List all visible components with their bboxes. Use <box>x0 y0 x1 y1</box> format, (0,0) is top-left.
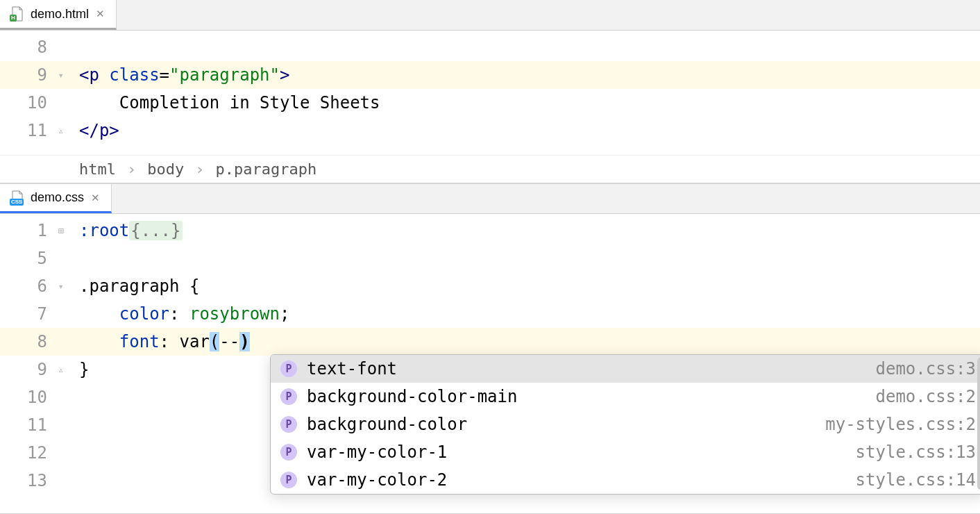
completion-location: style.css:13 <box>856 442 976 462</box>
tab-label: demo.css <box>31 190 84 205</box>
html-file-icon: H <box>10 6 25 22</box>
line-number: 9▵ <box>0 356 67 383</box>
line-number: 12 <box>0 439 67 467</box>
breadcrumb-item[interactable]: body <box>147 160 184 178</box>
code-area[interactable]: :root{...}.paragraph { color: rosybrown;… <box>67 214 980 513</box>
completion-location: my-styles.css:2 <box>825 415 976 434</box>
property-icon: P <box>280 472 297 488</box>
code-line[interactable]: font: var(--) <box>67 328 980 356</box>
code-line[interactable]: Completion in Style Sheets <box>67 89 980 117</box>
property-icon: P <box>280 416 297 433</box>
code-line[interactable] <box>67 33 980 61</box>
code-editor-html[interactable]: 89▾1011▵ <p class="paragraph"> Completio… <box>0 31 980 155</box>
line-number: 13 <box>0 467 67 495</box>
css-file-icon: CSS <box>10 190 25 206</box>
tab-label: demo.html <box>31 7 89 22</box>
completion-item[interactable]: Pvar-my-color-2style.css:14 <box>271 466 980 494</box>
scrollbar[interactable] <box>977 358 980 490</box>
breadcrumb[interactable]: html›body›p.paragraph <box>0 155 980 183</box>
completion-item[interactable]: Ptext-fontdemo.css:3 <box>271 355 980 383</box>
tab-bar: H demo.html ✕ <box>0 0 980 31</box>
completion-popup[interactable]: Ptext-fontdemo.css:3Pbackground-color-ma… <box>270 354 980 495</box>
line-number: 10 <box>0 89 67 117</box>
line-number: 8 <box>0 328 67 356</box>
code-line[interactable]: <p class="paragraph"> <box>67 61 980 89</box>
line-number: 7 <box>0 300 67 328</box>
completion-location: style.css:14 <box>856 470 976 490</box>
tab-demo-html[interactable]: H demo.html ✕ <box>0 0 117 30</box>
property-icon: P <box>280 360 297 377</box>
fold-icon[interactable]: ⊞ <box>58 225 64 236</box>
code-line[interactable]: :root{...} <box>67 217 980 244</box>
line-number: 6▾ <box>0 272 67 300</box>
editor-pane-html: H demo.html ✕ 89▾1011▵ <p class="paragra… <box>0 0 980 183</box>
line-number: 11▵ <box>0 117 67 144</box>
property-icon: P <box>280 388 297 405</box>
line-number: 5 <box>0 244 67 272</box>
completion-label: background-color <box>307 415 816 434</box>
completion-location: demo.css:2 <box>876 387 977 406</box>
gutter: 1⊞56▾789▵10111213 <box>0 214 67 513</box>
completion-item[interactable]: Pvar-my-color-1style.css:13 <box>271 438 980 466</box>
completion-item[interactable]: Pbackground-color-maindemo.css:2 <box>271 383 980 411</box>
completion-label: var-my-color-1 <box>307 442 846 462</box>
line-number: 9▾ <box>0 61 67 89</box>
fold-icon[interactable]: ▾ <box>58 69 64 81</box>
code-line[interactable] <box>67 244 980 272</box>
close-icon[interactable]: ✕ <box>94 6 106 22</box>
gutter: 89▾1011▵ <box>0 31 67 155</box>
completion-label: text-font <box>307 359 866 379</box>
line-number: 8 <box>0 33 67 61</box>
fold-icon[interactable]: ▵ <box>58 364 64 375</box>
code-area[interactable]: <p class="paragraph"> Completion in Styl… <box>67 31 980 155</box>
fold-icon[interactable]: ▾ <box>58 281 64 292</box>
code-editor-css[interactable]: 1⊞56▾789▵10111213 :root{...}.paragraph {… <box>0 214 980 513</box>
code-line[interactable]: </p> <box>67 117 980 144</box>
breadcrumb-separator: › <box>120 160 143 178</box>
completion-location: demo.css:3 <box>876 359 977 379</box>
tab-bar: CSS demo.css ✕ <box>0 183 980 214</box>
completion-label: var-my-color-2 <box>307 470 846 490</box>
completion-item[interactable]: Pbackground-colormy-styles.css:2 <box>271 411 980 438</box>
line-number: 1⊞ <box>0 217 67 244</box>
code-line[interactable]: color: rosybrown; <box>67 300 980 328</box>
code-line[interactable]: .paragraph { <box>67 272 980 300</box>
fold-icon[interactable]: ▵ <box>58 125 64 136</box>
line-number: 11 <box>0 411 67 439</box>
property-icon: P <box>280 444 297 461</box>
line-number: 10 <box>0 383 67 411</box>
tab-demo-css[interactable]: CSS demo.css ✕ <box>0 184 112 213</box>
breadcrumb-item[interactable]: p.paragraph <box>215 160 316 178</box>
breadcrumb-item[interactable]: html <box>79 160 116 178</box>
breadcrumb-separator: › <box>188 160 211 178</box>
close-icon[interactable]: ✕ <box>90 190 101 206</box>
editor-pane-css: CSS demo.css ✕ 1⊞56▾789▵10111213 :root{.… <box>0 183 980 514</box>
completion-label: background-color-main <box>307 387 866 406</box>
